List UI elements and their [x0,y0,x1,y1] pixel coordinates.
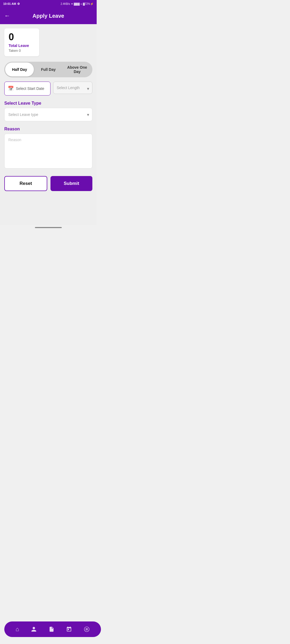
network-speed: 2.4KB/s [61,2,70,5]
leave-card: 0 Total Leave Taken 0 [4,28,39,56]
status-bar: 10:01 AM ⚙ 2.4KB/s ✦ ▓▓▓ ⌾ ▓72%⚡ [0,0,97,8]
length-dropdown-wrapper: Select Length First Half Second Half ▾ [53,82,92,96]
main-content: 0 Total Leave Taken 0 Half Day Full Day … [0,24,97,225]
toggle-above-one-day[interactable]: Above One Day [63,63,92,76]
back-button[interactable]: ← [4,12,10,19]
reason-section: Reason [4,127,92,170]
home-indicator [35,227,62,228]
calendar-icon: 📅 [8,86,14,92]
length-select[interactable]: Select Length First Half Second Half [53,82,92,94]
leave-type-select[interactable]: Select Leave type Casual Leave Sick Leav… [4,108,92,121]
reset-button[interactable]: Reset [4,176,47,191]
settings-icon: ⚙ [17,2,20,6]
leave-count: 0 [9,32,35,42]
reason-label: Reason [4,127,92,131]
start-date-label: Select Start Date [16,86,44,91]
bottom-spacer [4,196,92,221]
page-title: Apply Leave [15,13,82,19]
toggle-full-day[interactable]: Full Day [34,63,63,76]
submit-button[interactable]: Submit [50,176,92,191]
signal-icons: ▓▓▓ [74,2,80,5]
app-header: ← Apply Leave [0,8,97,24]
reason-textarea[interactable] [4,134,92,169]
wifi-icon: ⌾ [81,2,82,5]
start-date-picker[interactable]: 📅 Select Start Date [4,82,50,96]
day-type-toggle: Half Day Full Day Above One Day [4,62,92,77]
status-time: 10:01 AM ⚙ [3,2,20,6]
date-length-row: 📅 Select Start Date Select Length First … [4,82,92,96]
battery-icon: ▓72%⚡ [83,2,93,5]
leave-label: Total Leave [9,43,35,48]
leave-type-dropdown-wrapper: Select Leave type Casual Leave Sick Leav… [4,108,92,121]
toggle-half-day[interactable]: Half Day [5,63,34,76]
leave-type-section-label: Select Leave Type [4,101,92,106]
action-buttons: Reset Submit [4,176,92,191]
time-display: 10:01 AM [3,2,16,5]
leave-sublabel: Taken 0 [9,49,35,53]
bluetooth-icon: ✦ [71,2,73,5]
status-indicators: 2.4KB/s ✦ ▓▓▓ ⌾ ▓72%⚡ [61,2,93,5]
